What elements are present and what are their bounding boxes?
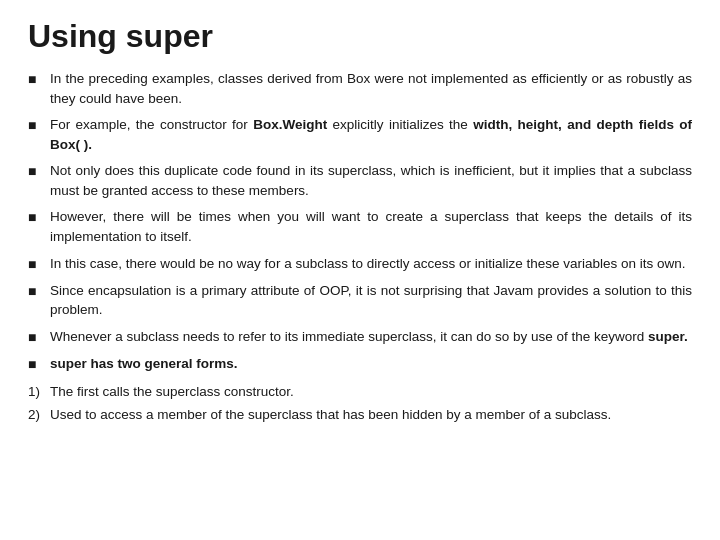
bullet-marker-7: ■	[28, 327, 50, 347]
bullet-marker-5: ■	[28, 254, 50, 274]
bullet-text-6: Since encapsulation is a primary attribu…	[50, 281, 692, 320]
bullet-text-1: In the preceding examples, classes deriv…	[50, 69, 692, 108]
numbered-text-1: The first calls the superclass construct…	[50, 382, 692, 402]
bullet-text-5: In this case, there would be no way for …	[50, 254, 692, 274]
numbered-marker-2: 2)	[28, 405, 50, 425]
bullet-item-1: ■ In the preceding examples, classes der…	[28, 69, 692, 108]
bullet-text-2: For example, the constructor for Box.Wei…	[50, 115, 692, 154]
bullet-item-6: ■ Since encapsulation is a primary attri…	[28, 281, 692, 320]
bullet-text-8: super has two general forms.	[50, 354, 692, 374]
bullet-list: ■ In the preceding examples, classes der…	[28, 69, 692, 375]
bullet-marker-1: ■	[28, 69, 50, 89]
bullet-marker-8: ■	[28, 354, 50, 374]
bullet-marker-3: ■	[28, 161, 50, 181]
bullet-marker-6: ■	[28, 281, 50, 301]
page: Using super ■ In the preceding examples,…	[0, 0, 720, 540]
bullet-marker-2: ■	[28, 115, 50, 135]
bullet-item-4: ■ However, there will be times when you …	[28, 207, 692, 246]
bullet-item-5: ■ In this case, there would be no way fo…	[28, 254, 692, 274]
bullet-text-3: Not only does this duplicate code found …	[50, 161, 692, 200]
bullet-item-8: ■ super has two general forms.	[28, 354, 692, 374]
page-title: Using super	[28, 18, 692, 55]
bullet-item-7: ■ Whenever a subclass needs to refer to …	[28, 327, 692, 347]
numbered-text-2: Used to access a member of the superclas…	[50, 405, 692, 425]
numbered-item-2: 2) Used to access a member of the superc…	[28, 405, 692, 425]
numbered-list: 1) The first calls the superclass constr…	[28, 382, 692, 425]
numbered-marker-1: 1)	[28, 382, 50, 402]
bullet-marker-4: ■	[28, 207, 50, 227]
bullet-item-2: ■ For example, the constructor for Box.W…	[28, 115, 692, 154]
numbered-item-1: 1) The first calls the superclass constr…	[28, 382, 692, 402]
bullet-text-4: However, there will be times when you wi…	[50, 207, 692, 246]
bullet-text-7: Whenever a subclass needs to refer to it…	[50, 327, 692, 347]
bullet-item-3: ■ Not only does this duplicate code foun…	[28, 161, 692, 200]
